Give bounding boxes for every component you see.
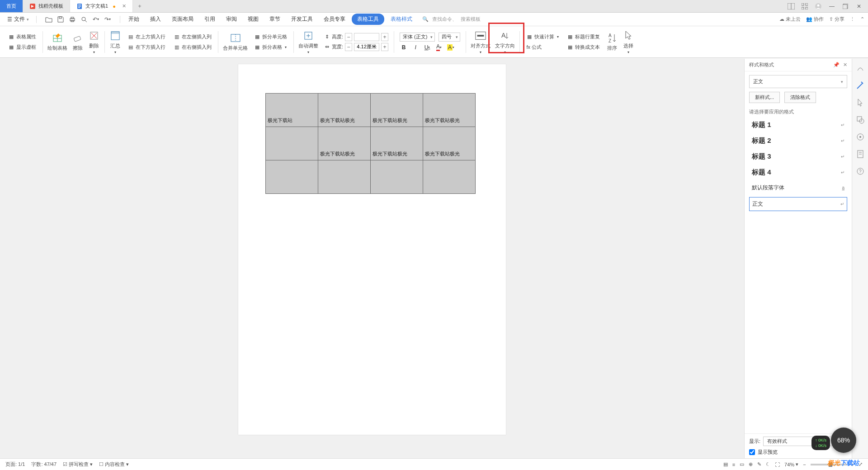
table-cell[interactable] <box>266 160 318 194</box>
share-button[interactable]: ⇧分享 <box>829 16 844 23</box>
sidebar-select-icon[interactable] <box>855 98 865 108</box>
style-body-selected[interactable]: 正文↵ <box>749 197 847 211</box>
apps-icon[interactable] <box>800 2 809 11</box>
sidebar-nav-icon[interactable] <box>855 132 865 142</box>
insert-row-below-button[interactable]: ▤在下方插入行 <box>127 43 166 52</box>
document-canvas[interactable]: 极光下载站 极光下载站极光 极光下载站极光 极光下载站极光 极光下载站极光 极光… <box>0 59 744 458</box>
tab-templates[interactable]: 找稻壳模板 <box>23 0 70 12</box>
command-search[interactable]: 🔍 查找命令、 搜索模板 <box>422 16 481 23</box>
preview-checkbox-input[interactable] <box>749 449 755 455</box>
to-text-button[interactable]: ▦转换成文本 <box>566 43 601 52</box>
view-mode-icon[interactable]: ▤ <box>723 461 728 467</box>
panel-close-icon[interactable]: ✕ <box>843 62 847 68</box>
undo-button[interactable]: ↶▾ <box>92 15 100 24</box>
outline-view-icon[interactable]: ≡ <box>732 462 735 467</box>
table-cell[interactable]: 极光下载站极光 <box>371 127 423 160</box>
web-view-icon[interactable]: ⊕ <box>749 461 753 467</box>
insert-col-left-button[interactable]: ▥在左侧插入列 <box>173 33 212 41</box>
tab-home[interactable]: 首页 <box>0 0 23 12</box>
close-button[interactable]: ✕ <box>854 2 863 11</box>
height-input[interactable] <box>354 33 379 41</box>
formula-button[interactable]: fx 公式 <box>525 43 542 52</box>
table-cell[interactable]: 极光下载站 <box>266 94 318 127</box>
zoom-out[interactable]: − <box>803 462 806 467</box>
select-button[interactable]: 选择▾ <box>621 28 636 56</box>
spellcheck-toggle[interactable]: ☑ 拼写检查 ▾ <box>63 461 93 468</box>
sidebar-shape-icon[interactable] <box>855 115 865 125</box>
menu-tab-layout[interactable]: 页面布局 <box>167 13 198 26</box>
read-view-icon[interactable]: ▭ <box>740 461 744 467</box>
insert-row-above-button[interactable]: ▤在上方插入行 <box>127 33 166 41</box>
coop-button[interactable]: 👥协作 <box>806 16 824 23</box>
menu-tab-chapter[interactable]: 章节 <box>265 13 285 26</box>
height-dec[interactable]: − <box>345 33 352 41</box>
status-words[interactable]: 字数: 47/47 <box>31 461 57 468</box>
user-icon[interactable] <box>814 2 823 11</box>
zoom-value[interactable]: 74% ▾ <box>784 461 798 467</box>
night-icon[interactable]: ☾ <box>766 461 770 467</box>
tab-document[interactable]: 文字文稿1 ● ✕ <box>70 0 133 12</box>
save-icon[interactable] <box>57 15 65 24</box>
print-icon[interactable] <box>68 15 76 24</box>
menu-tab-table-style[interactable]: 表格样式 <box>386 13 417 26</box>
quick-calc-button[interactable]: ▦快速计算▾ <box>525 33 560 41</box>
style-heading4[interactable]: 标题 4↵ <box>749 166 847 179</box>
menu-tab-insert[interactable]: 插入 <box>146 13 165 26</box>
sort-button[interactable]: AZ排序 <box>604 30 620 53</box>
minimize-button[interactable]: — <box>827 2 836 11</box>
table-cell[interactable] <box>423 160 476 194</box>
style-heading3[interactable]: 标题 3↵ <box>749 150 847 163</box>
open-icon[interactable] <box>45 15 53 24</box>
header-repeat-button[interactable]: ▦标题行重复 <box>566 33 601 41</box>
new-style-button[interactable]: 新样式... <box>749 92 780 103</box>
summary-button[interactable]: 汇总▾ <box>108 28 123 56</box>
document-table[interactable]: 极光下载站 极光下载站极光 极光下载站极光 极光下载站极光 极光下载站极光 极光… <box>265 93 476 194</box>
system-monitor-widget[interactable]: 68% <box>831 428 856 453</box>
focus-icon[interactable]: ✎ <box>757 461 761 467</box>
sidebar-style-icon[interactable] <box>855 63 865 73</box>
table-cell[interactable]: 极光下载站极光 <box>423 94 476 127</box>
fullscreen-icon[interactable]: ⤢ <box>859 461 863 467</box>
autofit-button[interactable]: 自动调整▾ <box>297 28 320 56</box>
show-preview-checkbox[interactable]: 显示预览 <box>749 449 847 456</box>
menu-tab-review[interactable]: 审阅 <box>222 13 241 26</box>
maximize-button[interactable] <box>841 2 850 11</box>
highlight-color-button[interactable]: A▾ <box>447 43 455 52</box>
menu-tab-table-tools[interactable]: 表格工具 <box>352 14 384 25</box>
menu-tab-member[interactable]: 会员专享 <box>319 13 350 26</box>
italic-button[interactable]: I <box>411 43 420 52</box>
style-default-para[interactable]: 默认段落字体a <box>749 182 847 193</box>
style-heading2[interactable]: 标题 2↵ <box>749 135 847 147</box>
font-color-button[interactable]: A▾ <box>435 43 443 52</box>
merge-cells-button[interactable]: 合并单元格 <box>221 30 250 53</box>
file-menu[interactable]: ☰ 文件 ▾ <box>4 14 33 25</box>
content-check-toggle[interactable]: ☐ 内容检查 ▾ <box>99 461 129 468</box>
width-dec[interactable]: − <box>345 43 352 51</box>
draw-table-button[interactable]: 绘制表格 <box>46 30 69 53</box>
current-style-combo[interactable]: 正文 ▾ <box>749 75 847 88</box>
text-direction-button[interactable]: A文字方向▾ <box>493 28 517 56</box>
width-input[interactable] <box>354 43 379 51</box>
underline-button[interactable]: U▾ <box>423 43 431 52</box>
cloud-status[interactable]: ☁未上云 <box>779 16 801 23</box>
menu-tab-view[interactable]: 视图 <box>243 13 263 26</box>
table-cell[interactable]: 极光下载站极光 <box>423 127 476 160</box>
table-cell[interactable] <box>266 127 318 160</box>
table-cell[interactable] <box>318 160 371 194</box>
show-dashed-button[interactable]: ▦显示虚框 <box>7 43 37 52</box>
sidebar-doc-icon[interactable] <box>855 149 865 159</box>
tab-add-button[interactable]: ＋ <box>133 0 146 12</box>
insert-col-right-button[interactable]: ▥在右侧插入列 <box>173 43 212 52</box>
tab-close[interactable]: ✕ <box>122 3 126 9</box>
table-cell[interactable] <box>371 160 423 194</box>
delete-button[interactable]: 删除▾ <box>86 28 102 56</box>
table-properties-button[interactable]: ▦表格属性 <box>7 33 37 41</box>
height-inc[interactable]: + <box>381 33 388 41</box>
clear-format-button[interactable]: 清除格式 <box>784 92 816 103</box>
width-inc[interactable]: + <box>381 43 388 51</box>
font-size-combo[interactable]: 四号 <box>439 33 460 42</box>
menu-tab-start[interactable]: 开始 <box>124 13 144 26</box>
preview-icon[interactable] <box>80 15 88 24</box>
split-cells-button[interactable]: ▦拆分单元格 <box>253 33 288 41</box>
fit-icon[interactable]: ⛶ <box>775 462 780 467</box>
